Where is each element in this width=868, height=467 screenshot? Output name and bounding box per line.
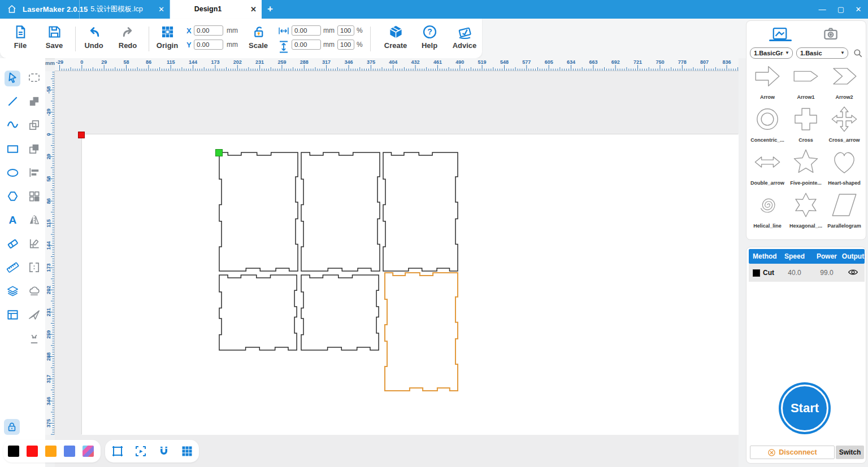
advice-button[interactable]: Advice [449, 22, 480, 56]
marquee-select-tool[interactable] [26, 71, 42, 86]
shape-item[interactable]: Five-pointe... [787, 147, 825, 190]
shape-item[interactable]: Concentric_... [748, 104, 787, 147]
layer-method: Cut [763, 269, 774, 277]
ellipse-tool[interactable] [5, 165, 20, 181]
height-percent-input[interactable] [337, 40, 354, 50]
panel-outline[interactable] [219, 152, 298, 271]
disconnect-button[interactable]: Disconnect [750, 446, 835, 459]
shape-item[interactable]: Arrow1 [787, 62, 825, 104]
frame-tool[interactable] [5, 308, 20, 324]
layer-row[interactable]: Cut40.099.0 [749, 264, 865, 282]
angle-edit-tool[interactable] [26, 237, 42, 252]
align-tool[interactable] [26, 165, 42, 181]
panel-outline[interactable] [301, 152, 380, 271]
panel-outline[interactable] [383, 152, 458, 271]
camera-tab[interactable] [822, 25, 839, 39]
shape-label: Arrow [760, 94, 775, 100]
shape-item[interactable]: Arrow2 [825, 62, 863, 104]
home-icon[interactable] [7, 4, 17, 14]
tab-design1[interactable]: Design1 ✕ [170, 0, 262, 19]
shape-item[interactable]: Hexagonal_... [787, 190, 825, 233]
height-input[interactable] [292, 40, 321, 50]
minimize-button[interactable]: — [814, 0, 831, 19]
polygon-tool[interactable] [5, 189, 20, 205]
weld-union-tool[interactable] [26, 94, 42, 110]
selected-panel-outline[interactable] [385, 273, 458, 391]
merge-down-tool[interactable] [26, 331, 42, 347]
scale-button[interactable]: Scale [244, 22, 272, 56]
selection-handle[interactable] [215, 149, 223, 156]
width-percent-input[interactable] [337, 25, 354, 36]
graphics-library-tab[interactable] [771, 25, 788, 39]
swatch-red[interactable] [27, 446, 38, 457]
group-tool[interactable] [26, 189, 42, 205]
text-tool[interactable]: A [5, 213, 20, 229]
toolbar: File Save Undo Redo Origin X mm Y mm Sca… [0, 19, 868, 58]
svg-text:317: 317 [46, 374, 51, 383]
help-button[interactable]: ? Help [416, 22, 443, 56]
shape-item[interactable]: Parallelogram [825, 190, 863, 233]
eraser-tool[interactable] [5, 237, 20, 252]
column-power: Power [812, 252, 841, 260]
layer-output-toggle[interactable] [841, 268, 865, 278]
panel-outline[interactable] [219, 275, 297, 350]
height-unit: mm [323, 41, 335, 49]
send-tool[interactable] [26, 308, 42, 324]
grid-toggle-button[interactable] [180, 444, 194, 458]
select-tool-icon [6, 71, 19, 86]
search-icon[interactable] [853, 48, 863, 58]
switch-button[interactable]: Switch [836, 446, 864, 459]
line-tool[interactable] [5, 94, 20, 110]
curve-tool[interactable] [5, 118, 20, 134]
category-dropdown[interactable]: 1.BasicGrap▼ [750, 47, 793, 59]
swatch-blue[interactable] [64, 446, 75, 457]
select-tool[interactable] [5, 71, 20, 86]
mirror-tool[interactable] [26, 213, 42, 229]
layers-tool[interactable] [5, 284, 20, 300]
shape-item[interactable]: Cross [787, 104, 825, 147]
swatch-multi[interactable] [83, 446, 94, 457]
origin-marker[interactable] [78, 132, 85, 138]
file-button[interactable]: File [7, 22, 34, 56]
redo-button[interactable]: Redo [114, 22, 142, 56]
layer-color-swatch[interactable] [753, 269, 760, 277]
swatch-black[interactable] [8, 446, 19, 457]
create-button[interactable]: Create [380, 22, 411, 56]
origin-button[interactable]: Origin [153, 22, 182, 56]
shape-item-partial[interactable] [748, 233, 787, 240]
measure-tool[interactable] [5, 260, 20, 276]
duplicate-tool[interactable] [26, 118, 42, 134]
tab-design-template[interactable]: 5.设计图模板.lcp ✕ [79, 0, 170, 19]
shape-item[interactable]: Helical_line [748, 190, 787, 233]
svg-text:86: 86 [146, 59, 151, 65]
svg-text:807: 807 [700, 59, 709, 65]
artboard-button[interactable] [111, 444, 124, 458]
start-button[interactable]: Start [779, 382, 831, 434]
shape-item[interactable]: Arrow [748, 62, 787, 104]
shape-item-partial[interactable] [825, 233, 863, 240]
svg-text:288: 288 [46, 352, 51, 361]
save-button[interactable]: Save [41, 22, 68, 56]
new-tab-button[interactable]: + [264, 0, 276, 18]
undo-button[interactable]: Undo [80, 22, 108, 56]
lock-tool[interactable] [4, 419, 20, 435]
fit-view-button[interactable] [134, 444, 147, 458]
close-button[interactable]: ✕ [850, 0, 867, 19]
close-tab-icon[interactable]: ✕ [158, 0, 164, 19]
close-tab-icon[interactable]: ✕ [250, 0, 257, 19]
snap-magnet-button[interactable] [157, 444, 171, 458]
shape-item[interactable]: Double_arrow [748, 147, 787, 190]
swatch-orange[interactable] [45, 446, 57, 457]
box-joint-tool[interactable] [26, 260, 42, 276]
panel-outline[interactable] [301, 275, 379, 350]
subtract-tool[interactable] [26, 142, 42, 158]
x-input[interactable] [194, 25, 223, 36]
subcategory-dropdown[interactable]: 1.Basic▼ [796, 47, 848, 59]
maximize-button[interactable]: ▢ [832, 0, 849, 19]
y-input[interactable] [194, 40, 223, 50]
shape-item[interactable]: Cross_arrow [825, 104, 863, 147]
stamp-tool[interactable] [26, 284, 42, 300]
rectangle-tool[interactable] [5, 142, 20, 158]
shape-item[interactable]: Heart-shaped [825, 147, 863, 190]
width-input[interactable] [292, 25, 321, 36]
